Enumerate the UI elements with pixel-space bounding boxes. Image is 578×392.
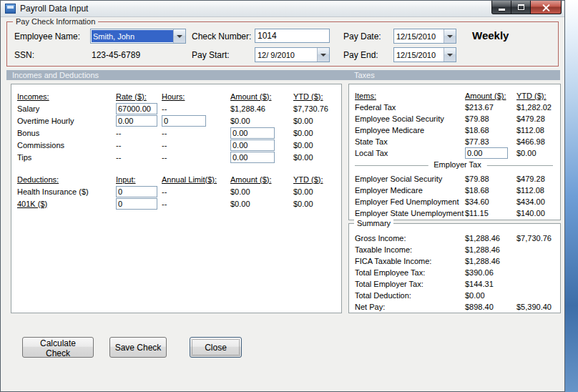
check-number-input[interactable]: [255, 29, 330, 43]
summary-label-text: FICA Taxable Income:: [355, 257, 465, 265]
pay-start-dropdown-button[interactable]: [317, 48, 329, 62]
minimize-button[interactable]: [491, 1, 511, 14]
tax-row-local: Local Tax $0.00: [355, 147, 560, 159]
tax-label: Employee Social Security: [355, 114, 465, 123]
401k-input[interactable]: [116, 198, 157, 210]
deductions-header-amount: Amount ($):: [230, 175, 293, 184]
app-icon[interactable]: [5, 4, 16, 14]
employee-name-dropdown-button[interactable]: [173, 29, 185, 43]
summary-amount: $1,288.46: [465, 234, 516, 242]
deductions-header-limit: Annual Limit($):: [162, 175, 230, 184]
tips-rate: --: [116, 153, 162, 162]
pay-date-value: 12/15/2010: [394, 29, 444, 43]
tax-row-employer-social-security: Employer Social Security $79.88 $479.28: [355, 173, 560, 185]
tax-ytd: $479.28: [516, 175, 560, 183]
incomes-deductions-panel: Incomes: Rate ($): Hours: Amount ($): YT…: [11, 84, 342, 313]
deduction-row-401k: 401K ($) -- $0.00 $0.00: [17, 197, 341, 210]
tax-label: Employer Medicare: [355, 186, 465, 195]
pay-date-datepicker[interactable]: 12/15/2010: [393, 29, 456, 44]
tax-amount: $11.15: [465, 209, 516, 217]
tax-amount: $77.83: [465, 137, 516, 146]
bonus-hours: --: [162, 129, 230, 137]
close-icon: [542, 4, 550, 11]
overtime-amount: $0.00: [230, 117, 293, 125]
pay-start-datepicker[interactable]: 12/ 9/2010: [255, 47, 330, 62]
local-tax-label: Local Tax: [355, 149, 465, 157]
401k-limit: --: [162, 200, 230, 208]
tax-row-employee-social-security: Employee Social Security $79.88 $479.28: [355, 113, 560, 124]
tax-label: State Tax: [355, 137, 465, 146]
tax-row-employer-fed-unemployment: Employer Fed Unemployment $34.60 $434.00: [355, 196, 560, 207]
tax-label: Employer Social Security: [355, 175, 465, 183]
local-tax-input[interactable]: [465, 147, 508, 159]
tax-row-employer-medicare: Employer Medicare $18.68 $112.08: [355, 185, 560, 196]
pay-date-label: Pay Date:: [343, 31, 381, 41]
tips-hours: --: [162, 153, 230, 162]
taxes-header-ytd: YTD ($):: [516, 92, 560, 100]
incomes-header-ytd: YTD ($):: [293, 92, 341, 101]
overtime-rate-input[interactable]: [116, 115, 157, 127]
tax-ytd: $140.00: [516, 209, 560, 217]
title-bar[interactable]: Payroll Data Input: [1, 1, 564, 17]
income-row-commissions: Commissions -- -- $0.00: [17, 139, 341, 151]
summary-row-total-employer-tax: Total Employer Tax: $144.31: [355, 278, 560, 290]
tax-row-employee-medicare: Employee Medicare $18.68 $112.08: [355, 124, 560, 136]
summary-amount: $144.31: [465, 280, 516, 288]
close-dialog-button[interactable]: Close: [190, 337, 242, 358]
summary-panel: Summary Gross Income: $1,288.46 $7,730.7…: [348, 223, 561, 313]
tax-amount: $18.68: [465, 126, 516, 134]
pay-end-datepicker[interactable]: 12/15/2010: [393, 47, 456, 62]
incomes-header-rate: Rate ($):: [116, 92, 162, 101]
summary-amount: $1,288.46: [465, 245, 516, 254]
summary-row-gross-income: Gross Income: $1,288.46 $7,730.76: [355, 232, 560, 244]
tax-amount: $34.60: [465, 197, 516, 206]
overtime-ytd: $0.00: [293, 117, 341, 125]
window-title: Payroll Data Input: [20, 4, 88, 14]
section-band: Incomes and Deductions Taxes: [6, 70, 560, 80]
maximize-icon: [518, 4, 524, 10]
tax-row-employer-state-unemployment: Employer State Unemployment $11.15 $140.…: [355, 207, 560, 219]
taxes-header-item: Items:: [355, 92, 465, 100]
commissions-hours: --: [162, 141, 230, 150]
ssn-label: SSN:: [14, 50, 34, 60]
caption-buttons: [492, 1, 562, 14]
bonus-rate: --: [116, 129, 162, 137]
health-insurance-input[interactable]: [116, 186, 157, 197]
salary-rate-input[interactable]: [116, 103, 157, 114]
summary-row-total-deduction: Total Deduction: $0.00: [355, 290, 560, 301]
deductions-header-ytd: YTD ($):: [293, 175, 341, 184]
summary-row-fica-taxable-income: FICA Taxable Income: $1,288.46: [355, 255, 560, 267]
overtime-hours-input[interactable]: [162, 115, 206, 127]
chevron-down-icon: [447, 54, 453, 57]
health-insurance-amount: $0.00: [230, 187, 293, 196]
tips-amount-input[interactable]: [230, 152, 275, 163]
taxes-header-row: Items: Amount ($): YTD ($):: [355, 90, 560, 102]
tax-label: Employee Medicare: [355, 126, 465, 134]
save-check-button[interactable]: Save Check: [109, 337, 167, 358]
tax-amount: $18.68: [465, 186, 516, 195]
incomes-header-amount: Amount ($):: [230, 92, 293, 101]
section-header-incomes-deductions: Incomes and Deductions: [12, 70, 99, 80]
close-button[interactable]: [530, 1, 562, 14]
employee-name-combobox[interactable]: Smith, John: [90, 29, 186, 44]
tax-ytd: $112.08: [516, 126, 560, 134]
commissions-label: Commissions: [17, 141, 116, 150]
401k-link[interactable]: 401K ($): [17, 200, 116, 208]
pay-date-dropdown-button[interactable]: [444, 29, 456, 43]
minimize-icon: [499, 9, 505, 11]
maximize-button[interactable]: [511, 1, 531, 14]
bonus-amount-input[interactable]: [230, 127, 275, 139]
bonus-ytd: $0.00: [293, 129, 341, 137]
bonus-label: Bonus: [17, 129, 116, 137]
deduction-row-health-insurance: Health Insurance ($) -- $0.00 $0.00: [17, 185, 341, 197]
calculate-check-button[interactable]: Calculate Check: [22, 337, 94, 358]
employee-name-value: Smith, John: [92, 30, 173, 42]
commissions-amount-input[interactable]: [230, 139, 275, 151]
health-insurance-limit: --: [162, 187, 230, 196]
chevron-down-icon: [447, 35, 453, 38]
pay-end-dropdown-button[interactable]: [444, 48, 456, 62]
tax-amount: $213.67: [465, 103, 516, 112]
tax-row-federal: Federal Tax $213.67 $1,282.02: [355, 102, 560, 113]
tax-ytd: $1,282.02: [516, 103, 560, 112]
summary-label-text: Net Pay:: [355, 303, 465, 311]
